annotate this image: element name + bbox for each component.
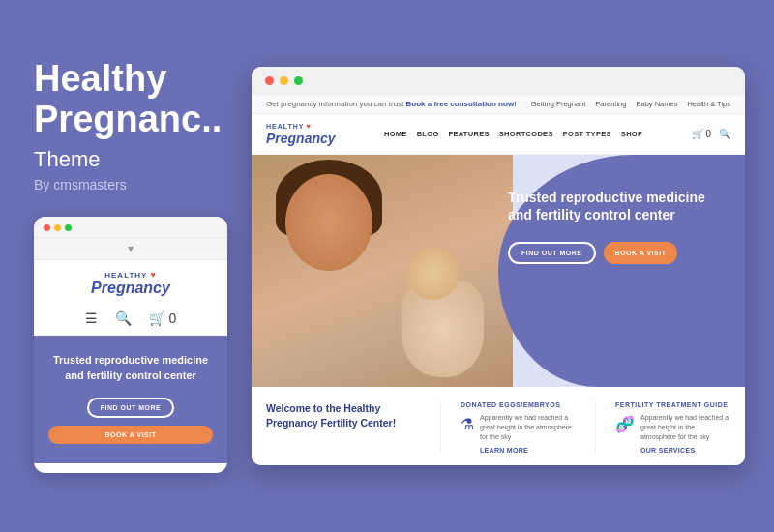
theme-subtitle: Theme — [34, 147, 237, 172]
theme-author: By cmsmasters — [34, 177, 237, 192]
nav-search-icon[interactable]: 🔍 — [719, 129, 730, 139]
nav-icons: 🛒 0 🔍 — [692, 129, 730, 139]
mobile-find-out-button[interactable]: FIND OUT MORE — [87, 398, 175, 418]
info-col-fertility: FERTILITY TREATMENT GUIDE 🧬 Apparently w… — [615, 401, 730, 453]
nav-logo-healthy: HEALTHY ♥ — [266, 122, 336, 131]
hero-title: Trusted reproductive medicine and fertil… — [508, 189, 730, 223]
ann-nav-getting-pregnant[interactable]: Getting Pregnant — [531, 100, 586, 108]
nav-links: HOME BLOG FEATURES SHORTCODES POST TYPES… — [384, 130, 642, 138]
nav-features[interactable]: FEATURES — [449, 130, 490, 138]
mobile-logo-area: HEALTHY ♥ Pregnancy — [34, 260, 227, 305]
hero-find-out-button[interactable]: FIND OUT MORE — [508, 242, 596, 264]
mobile-dot-green — [65, 224, 72, 231]
mobile-logo-pregnancy: Pregnancy — [91, 280, 170, 297]
nav-logo-pregnancy: Pregnancy — [266, 131, 336, 146]
ann-nav-parenting[interactable]: Parenting — [595, 100, 626, 108]
announcement-bar: Get pregnancy information you can trust … — [252, 95, 745, 114]
mobile-logo-healthy: HEALTHY ♥ — [104, 270, 157, 280]
info-col-eggs: DONATED EGGS/EMBRYOS ⚗ Apparently we had… — [461, 401, 576, 453]
nav-shortcodes[interactable]: SHORTCODES — [499, 130, 553, 138]
info-divider — [440, 401, 441, 453]
flask-icon: ⚗ — [461, 415, 474, 433]
info-col1-text: Apparently we had reached a great height… — [480, 413, 576, 441]
info-section: Welcome to the Healthy Pregnancy Fertili… — [252, 387, 745, 464]
browser-mockup: Get pregnancy information you can trust … — [252, 67, 745, 464]
mobile-mockup: ▾ HEALTHY ♥ Pregnancy ☰ 🔍 🛒 0 Trusted re… — [34, 217, 227, 473]
info-col2-link[interactable]: OUR SERVICES — [640, 447, 730, 454]
info-col1-label: DONATED EGGS/EMBRYOS — [461, 401, 576, 408]
nav-cart[interactable]: 🛒 0 — [692, 129, 711, 139]
hero-content: Trusted reproductive medicine and fertil… — [508, 189, 730, 263]
hero-area: Trusted reproductive medicine and fertil… — [252, 155, 745, 387]
mobile-dot-yellow — [54, 224, 61, 231]
mobile-window-controls — [44, 224, 72, 231]
announcement-nav: Getting Pregnant Parenting Baby Names He… — [531, 100, 730, 108]
cart-icon[interactable]: 🛒 0 — [149, 310, 177, 326]
nav-post-types[interactable]: POST TYPES — [563, 130, 611, 138]
hero-image — [252, 155, 513, 387]
ann-nav-baby-names[interactable]: Baby Names — [636, 100, 677, 108]
info-main-title: Welcome to the Healthy Pregnancy Fertili… — [266, 401, 421, 429]
hamburger-icon[interactable]: ☰ — [85, 310, 98, 326]
announcement-text: Get pregnancy information you can trust … — [266, 100, 517, 108]
info-col2-text: Apparently we had reached a great height… — [640, 413, 730, 441]
mobile-hero-text: Trusted reproductive medicine and fertil… — [48, 353, 213, 383]
nav-shop[interactable]: SHOP — [621, 130, 642, 138]
info-col2-body: 🧬 Apparently we had reached a great heig… — [615, 413, 730, 453]
nav-blog[interactable]: BLOG — [417, 130, 439, 138]
hero-buttons: FIND OUT MORE BOOK A VISIT — [508, 242, 730, 264]
browser-top-bar — [252, 67, 745, 95]
info-col1-link[interactable]: LEARN MORE — [480, 447, 576, 454]
hero-book-visit-button[interactable]: BOOK A VISIT — [604, 242, 678, 264]
ann-nav-health-tips[interactable]: Health & Tips — [687, 100, 730, 108]
browser-dot-red — [265, 76, 274, 85]
search-icon[interactable]: 🔍 — [115, 310, 132, 326]
browser-dot-green — [294, 76, 303, 85]
announcement-link[interactable]: Book a free consultation now! — [406, 100, 517, 108]
left-panel: Healthy Pregnanc.. Theme By cmsmasters ▾… — [34, 59, 237, 473]
mobile-dot-red — [44, 224, 50, 231]
dna-icon: 🧬 — [615, 415, 635, 433]
info-col2-label: FERTILITY TREATMENT GUIDE — [615, 401, 730, 408]
nav-heart-icon: ♥ — [307, 122, 313, 131]
theme-title: Healthy Pregnanc.. — [34, 59, 237, 140]
info-divider2 — [595, 401, 596, 453]
chevron-down-icon: ▾ — [128, 242, 134, 255]
main-nav: HEALTHY ♥ Pregnancy HOME BLOG FEATURES S… — [252, 114, 745, 155]
mobile-nav-icons: ☰ 🔍 🛒 0 — [34, 305, 227, 336]
mobile-dropdown-bar: ▾ — [34, 238, 227, 260]
nav-home[interactable]: HOME — [384, 130, 407, 138]
info-col-main: Welcome to the Healthy Pregnancy Fertili… — [266, 401, 421, 453]
mobile-logo: HEALTHY ♥ Pregnancy — [91, 270, 170, 297]
info-col1-body: ⚗ Apparently we had reached a great heig… — [461, 413, 576, 453]
browser-dot-yellow — [280, 76, 288, 85]
mobile-hero-section: Trusted reproductive medicine and fertil… — [34, 336, 227, 463]
mobile-book-visit-button[interactable]: BOOK A VISIT — [48, 426, 213, 444]
mobile-top-bar — [34, 217, 227, 238]
nav-logo: HEALTHY ♥ Pregnancy — [266, 122, 336, 146]
heart-icon: ♥ — [150, 270, 156, 280]
